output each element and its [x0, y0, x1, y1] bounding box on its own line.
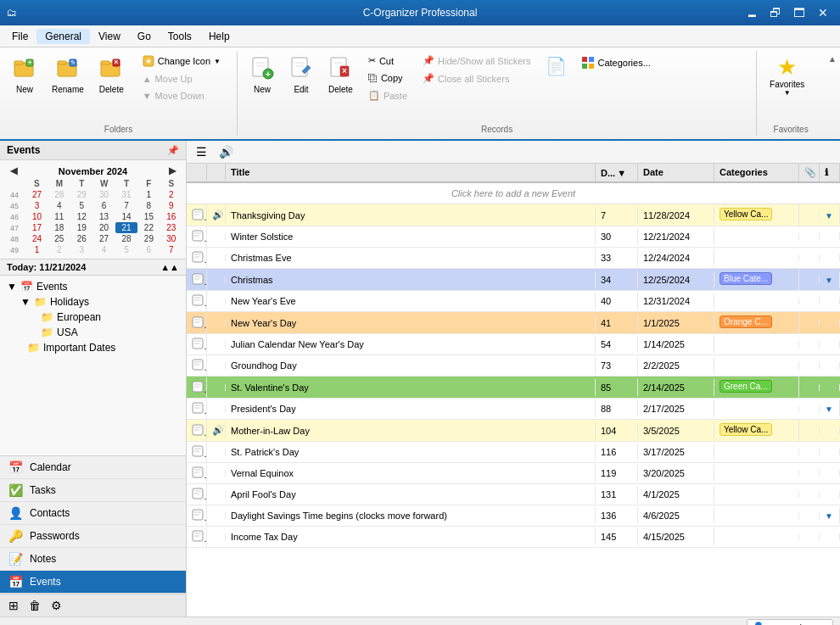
event-expand[interactable] [820, 254, 840, 261]
event-expand[interactable] [820, 533, 840, 540]
event-expand[interactable]: ▼ [820, 507, 840, 524]
calendar-prev-button[interactable]: ◀ [7, 165, 20, 176]
table-row[interactable]: 🔊 Thanksgiving Day 7 11/28/2024 Yellow C… [187, 204, 840, 226]
menu-help[interactable]: Help [200, 29, 238, 44]
calendar-day[interactable]: 25 [48, 233, 70, 244]
calendar-day[interactable]: 7 [115, 200, 137, 211]
sidebar-nav-calendar[interactable]: 📅 Calendar [0, 456, 186, 479]
calendar-next-button[interactable]: ▶ [165, 165, 179, 176]
ribbon-collapse-button[interactable]: ▲ [825, 51, 840, 136]
tree-item-european[interactable]: 📁 European [0, 310, 186, 325]
col-header-title[interactable]: Title [226, 164, 596, 181]
ribbon-close-stickers-button[interactable]: 📌 Close all Stickers [417, 70, 536, 86]
table-row[interactable]: Income Tax Day 145 4/15/2025 [187, 527, 840, 548]
calendar-day[interactable]: 24 [25, 233, 48, 244]
table-row[interactable]: St. Valentine's Day 85 2/14/2025 Green C… [187, 377, 840, 399]
ribbon-new-record-button[interactable]: + New [244, 53, 280, 134]
table-row[interactable]: 🔊 Mother-in-Law Day 104 3/5/2025 Yellow … [187, 420, 840, 442]
calendar-day[interactable]: 27 [25, 189, 48, 200]
calendar-day[interactable]: 1 [137, 189, 160, 200]
calendar-day[interactable]: 22 [137, 222, 160, 233]
event-expand[interactable] [820, 233, 840, 240]
ribbon-move-up-button[interactable]: ▲ Move Up [137, 71, 227, 86]
table-row[interactable]: St. Patrick's Day 116 3/17/2025 [187, 442, 840, 463]
calendar-day[interactable]: 2 [48, 244, 70, 255]
event-expand[interactable]: ▼ [820, 207, 840, 224]
col-header-categories[interactable]: Categories [714, 164, 799, 181]
menu-view[interactable]: View [90, 29, 129, 44]
calendar-day[interactable]: 3 [25, 200, 48, 211]
ribbon-rename-folder-button[interactable]: ✎ Rename [46, 53, 90, 98]
calendar-day[interactable]: 29 [70, 189, 92, 200]
ribbon-edit-record-button[interactable]: Edit [283, 53, 319, 134]
calendar-day[interactable]: 1 [25, 244, 48, 255]
toolbar-view-button[interactable]: ☰ [192, 142, 211, 161]
calendar-day[interactable]: 12 [70, 211, 92, 222]
table-row[interactable]: Christmas Eve 33 12/24/2024 [187, 248, 840, 269]
table-row[interactable]: Julian Calendar New Year's Day 54 1/14/2… [187, 334, 840, 355]
ribbon-favorites-button[interactable]: ★ Favorites ▼ [764, 53, 810, 114]
calendar-day[interactable]: 19 [70, 222, 92, 233]
ribbon-delete-folder-button[interactable]: × Delete [93, 53, 130, 98]
ribbon-hide-show-stickers-button[interactable]: 📌 Hide/Show all Stickers [417, 53, 536, 69]
sidebar-nav-contacts[interactable]: 👤 Contacts [0, 502, 186, 525]
calendar-day[interactable]: 18 [48, 222, 70, 233]
event-expand[interactable] [820, 384, 840, 391]
tree-item-usa[interactable]: 📁 USA [0, 325, 186, 340]
table-row[interactable]: New Year's Eve 40 12/31/2024 [187, 291, 840, 312]
table-row[interactable]: New Year's Day 41 1/1/2025 Orange C... [187, 312, 840, 334]
table-row[interactable]: President's Day 88 2/17/2025 ▼ [187, 399, 840, 420]
calendar-day[interactable]: 20 [92, 222, 115, 233]
calendar-day[interactable]: 30 [160, 233, 182, 244]
table-row[interactable]: April Fool's Day 131 4/1/2025 [187, 484, 840, 505]
calendar-day[interactable]: 8 [137, 200, 160, 211]
calendar-day[interactable]: 3 [70, 244, 92, 255]
table-row[interactable]: Vernal Equinox 119 3/20/2025 [187, 463, 840, 484]
pin-icon[interactable]: 📌 [167, 145, 179, 156]
minimize-button[interactable]: 🗕 [742, 4, 762, 21]
calendar-day[interactable]: 26 [70, 233, 92, 244]
sidebar-settings-button[interactable]: ⚙ [48, 597, 65, 614]
col-header-days[interactable]: D... ▼ [596, 164, 638, 181]
calendar-day[interactable]: 31 [115, 189, 137, 200]
calendar-day[interactable]: 2 [160, 189, 182, 200]
calendar-day[interactable]: 14 [115, 211, 137, 222]
calendar-day[interactable]: 6 [137, 244, 160, 255]
sidebar-nav-notes[interactable]: 📝 Notes [0, 548, 186, 571]
tree-item-events[interactable]: ▼ 📅 Events [0, 279, 186, 294]
calendar-day[interactable]: 4 [48, 200, 70, 211]
calendar-day[interactable]: 17 [25, 222, 48, 233]
table-row[interactable]: Winter Solstice 30 12/21/2024 [187, 226, 840, 248]
today-collapse-icon[interactable]: ▲▲ [160, 262, 179, 272]
calendar-day[interactable]: 28 [115, 233, 137, 244]
event-expand[interactable] [820, 427, 840, 434]
ribbon-change-icon-button[interactable]: ★ Change Icon ▼ [137, 53, 227, 70]
menu-general[interactable]: General [36, 29, 90, 44]
calendar-day[interactable]: 4 [92, 244, 115, 255]
calendar-day[interactable]: 9 [160, 200, 182, 211]
ribbon-new-folder-button[interactable]: + New [7, 53, 42, 98]
calendar-day[interactable]: 11 [48, 211, 70, 222]
event-expand[interactable] [820, 362, 840, 369]
calendar-day[interactable]: 27 [92, 233, 115, 244]
calendar-day[interactable]: 21 [115, 222, 137, 233]
calendar-day[interactable]: 30 [92, 189, 115, 200]
table-row[interactable]: Daylight Savings Time begins (clocks mov… [187, 505, 840, 527]
event-expand[interactable]: ▼ [820, 271, 840, 288]
ribbon-categories-button[interactable]: Categories... [576, 53, 656, 73]
event-expand[interactable] [820, 491, 840, 498]
close-button[interactable]: ✕ [813, 4, 833, 21]
event-expand[interactable] [820, 320, 840, 326]
sidebar-nav-events[interactable]: 📅 Events [0, 571, 186, 594]
sidebar-config-button[interactable]: ⊞ [5, 597, 22, 614]
maximize-button[interactable]: 🗖 [789, 4, 809, 21]
calendar-day[interactable]: 5 [70, 200, 92, 211]
event-expand[interactable] [820, 470, 840, 477]
calendar-day[interactable]: 5 [115, 244, 137, 255]
table-row[interactable]: Groundhog Day 73 2/2/2025 [187, 355, 840, 377]
ribbon-paste-button[interactable]: 📋 Paste [362, 87, 413, 103]
restore-button[interactable]: 🗗 [765, 4, 786, 21]
tree-item-important-dates[interactable]: 📁 Important Dates [0, 340, 186, 355]
col-header-date[interactable]: Date [638, 164, 714, 181]
sidebar-nav-passwords[interactable]: 🔑 Passwords [0, 525, 186, 548]
